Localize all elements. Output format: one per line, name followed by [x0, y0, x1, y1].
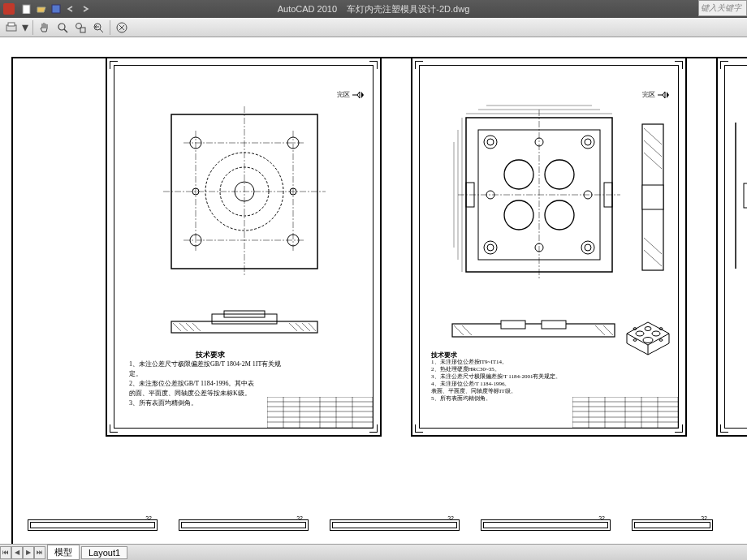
qat-undo[interactable] — [64, 2, 77, 15]
svg-line-5 — [64, 29, 67, 32]
svg-rect-90 — [501, 321, 525, 329]
qat-redo[interactable] — [79, 2, 92, 15]
layout-tab-nav: ⏮ ◀ ▶ ⏭ 模型 Layout1 — [0, 545, 127, 560]
isometric-view — [619, 301, 677, 360]
tab-last-button[interactable]: ⏭ — [34, 546, 45, 559]
zoom-window-button[interactable] — [72, 19, 89, 36]
svg-rect-0 — [23, 5, 30, 14]
svg-line-34 — [192, 323, 201, 331]
svg-line-83 — [644, 250, 662, 266]
svg-point-63 — [487, 244, 494, 251]
tab-first-button[interactable]: ⏮ — [0, 546, 11, 559]
thumb-5: 32 — [632, 519, 713, 531]
svg-line-38 — [309, 323, 316, 331]
svg-point-56 — [504, 200, 533, 230]
search-input[interactable]: 键入关键字 — [698, 0, 747, 16]
svg-point-64 — [581, 241, 594, 254]
svg-point-54 — [504, 160, 533, 189]
svg-point-59 — [487, 139, 494, 145]
section-view-1 — [155, 309, 334, 342]
canvas-left-edge — [11, 57, 13, 544]
plan-view-2 — [438, 101, 633, 288]
plan-view-3-partial — [732, 114, 747, 277]
thumb-4: 32 — [481, 519, 611, 531]
hand-icon — [39, 22, 50, 33]
svg-point-62 — [484, 241, 497, 254]
qat-new[interactable] — [20, 2, 33, 15]
svg-rect-85 — [452, 324, 615, 337]
svg-point-92 — [636, 331, 644, 336]
print-button[interactable] — [3, 19, 19, 36]
svg-point-98 — [633, 339, 637, 342]
status-bar: ⏮ ◀ ▶ ⏭ 模型 Layout1 — [0, 544, 747, 560]
thumb-2: 32 — [179, 519, 309, 531]
printer-icon — [5, 22, 18, 33]
svg-rect-7 — [80, 28, 85, 32]
svg-point-93 — [652, 331, 660, 336]
svg-point-57 — [545, 200, 574, 230]
tab-model[interactable]: 模型 — [47, 545, 80, 560]
svg-line-82 — [644, 238, 662, 254]
svg-point-60 — [581, 136, 594, 149]
svg-line-87 — [462, 325, 472, 335]
svg-line-36 — [296, 323, 304, 331]
title-bar: AutoCAD 2010 车灯内壳注塑模具设计-2D.dwg 键入关键字 — [0, 0, 747, 18]
print-dropdown[interactable]: ▾ — [21, 19, 29, 36]
orientation-marker: 完区 — [337, 90, 365, 99]
technical-notes-2: 技术要求 1、未注形位公差按IT9~IT14。 2、热处理硬度HRC30~35。… — [431, 351, 594, 403]
plan-view-1 — [155, 106, 334, 285]
svg-point-94 — [645, 327, 651, 331]
title-block-2 — [572, 397, 678, 428]
svg-line-35 — [289, 323, 297, 331]
svg-line-88 — [595, 325, 605, 335]
svg-line-32 — [179, 323, 188, 331]
close-preview-button[interactable] — [114, 19, 130, 36]
magnify-icon — [57, 22, 68, 33]
svg-point-65 — [585, 244, 591, 251]
svg-rect-29 — [212, 314, 277, 324]
side-view-2 — [637, 116, 670, 278]
svg-line-33 — [186, 323, 194, 331]
separator — [32, 20, 33, 35]
svg-rect-3 — [8, 23, 15, 26]
magnify-window-icon — [75, 22, 86, 33]
tab-next-button[interactable]: ▶ — [23, 546, 34, 559]
svg-rect-91 — [542, 321, 566, 329]
drawing-sheet-1: 完区 — [106, 57, 382, 437]
svg-line-37 — [302, 323, 310, 331]
svg-line-31 — [173, 323, 181, 331]
sheet-thumbnails: 32 32 32 32 32 — [28, 519, 747, 537]
thumb-1: 32 — [28, 519, 158, 531]
app-icon[interactable] — [3, 3, 15, 15]
svg-point-61 — [585, 139, 591, 145]
tab-layout1[interactable]: Layout1 — [81, 546, 127, 559]
svg-point-99 — [659, 339, 663, 342]
title-block-1 — [267, 397, 373, 428]
qat-open[interactable] — [35, 2, 48, 15]
zoom-button[interactable] — [54, 19, 71, 36]
svg-line-89 — [603, 325, 613, 335]
thumb-3: 32 — [330, 519, 460, 531]
orientation-marker: 完区 — [642, 90, 670, 99]
svg-rect-84 — [642, 185, 663, 209]
svg-line-81 — [644, 153, 662, 169]
drawing-canvas[interactable]: 完区 — [0, 37, 747, 544]
svg-line-80 — [644, 140, 662, 157]
magnify-back-icon — [93, 22, 104, 33]
pan-button[interactable] — [37, 19, 53, 36]
window-title: AutoCAD 2010 车灯内壳注塑模具设计-2D.dwg — [278, 3, 470, 15]
drawing-sheet-3 — [716, 57, 747, 437]
tab-prev-button[interactable]: ◀ — [11, 546, 23, 559]
svg-point-4 — [58, 24, 65, 30]
qat-save[interactable] — [50, 2, 63, 15]
zoom-prev-button[interactable] — [90, 19, 106, 36]
svg-rect-1 — [52, 5, 60, 13]
svg-line-79 — [644, 128, 662, 144]
close-icon — [116, 22, 127, 33]
svg-rect-115 — [744, 183, 747, 208]
svg-line-86 — [454, 325, 464, 335]
svg-point-58 — [484, 136, 497, 149]
toolbar: ▾ — [0, 18, 747, 37]
svg-point-55 — [545, 160, 574, 189]
svg-point-95 — [643, 338, 653, 343]
